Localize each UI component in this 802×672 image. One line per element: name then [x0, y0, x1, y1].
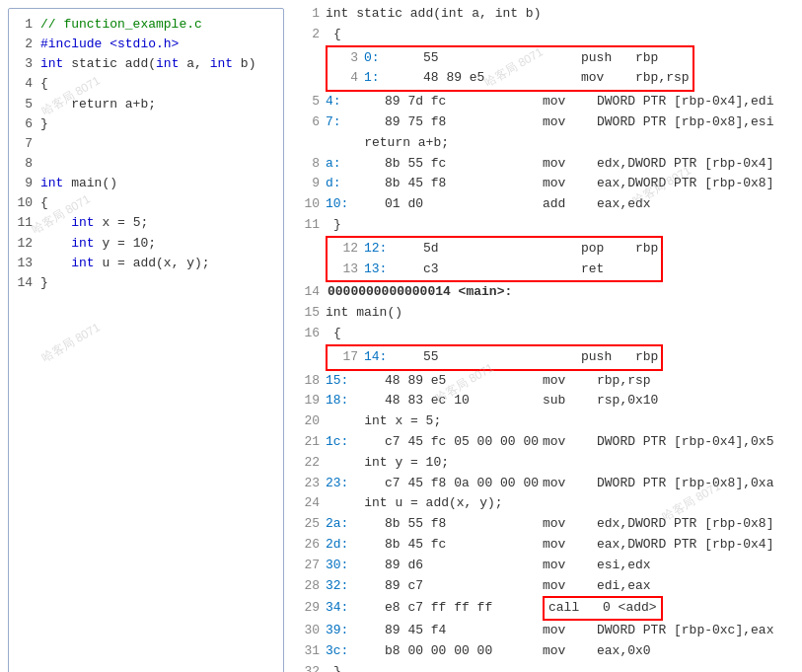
source-line: 1// function_example.c: [9, 15, 283, 35]
source-lines: 1// function_example.c2#include <stdio.h…: [9, 15, 283, 293]
asm-operand: rbp: [635, 347, 658, 368]
asm-operand: eax,DWORD PTR [rbp-0x8]: [597, 174, 773, 194]
code-text: {: [40, 74, 48, 94]
asm-bytes: 8b 45 f8: [385, 174, 543, 194]
line-number: 13: [15, 254, 33, 273]
asm-linenum: 21: [292, 432, 320, 453]
asm-address: 0:: [364, 48, 423, 69]
asm-linenum: 4: [330, 68, 358, 89]
code-text: // function_example.c: [40, 15, 202, 35]
highlight-box-push-mov: 30: 55 push rbp41: 48 89 e5 mov rbp,rsp: [326, 45, 694, 93]
source-line: 6}: [9, 114, 283, 134]
asm-mnemonic: call: [548, 598, 603, 619]
asm-line: 24 int u = add(x, y);: [292, 493, 798, 514]
asm-line: return a+b;: [292, 133, 798, 154]
asm-mnemonic: add: [543, 194, 597, 215]
asm-source-text: }: [326, 215, 341, 236]
source-line: 7: [9, 134, 283, 154]
asm-source-text: int y = 10;: [326, 453, 449, 474]
line-number: 1: [15, 15, 33, 35]
asm-operand: rbp: [635, 239, 658, 260]
source-line: 8: [9, 154, 283, 174]
asm-operand: edx,DWORD PTR [rbp-0x4]: [597, 154, 773, 175]
asm-linenum: 19: [292, 391, 320, 411]
asm-line: 22 int y = 10;: [292, 453, 798, 474]
asm-line: 2832: 89 c7movedi,eax: [292, 576, 798, 597]
asm-source-text: int u = add(x, y);: [326, 493, 503, 514]
asm-mnemonic: mov: [543, 535, 597, 556]
asm-operand: DWORD PTR [rbp-0xc],eax: [597, 621, 773, 641]
main-container: 哈客局 8071 哈客局 8071 哈客局 8071 1// function_…: [0, 0, 802, 672]
asm-line: 3039: 89 45 f4movDWORD PTR [rbp-0xc],eax: [292, 621, 798, 641]
asm-linenum: 13: [330, 260, 358, 280]
asm-address: 30:: [326, 556, 385, 576]
asm-bytes: b8 00 00 00 00: [385, 641, 543, 662]
asm-linenum: 26: [292, 535, 320, 556]
asm-bytes: 48 89 e5: [423, 68, 581, 89]
asm-source-text: }: [326, 662, 341, 672]
asm-operand: edi,eax: [597, 576, 651, 597]
asm-linenum: 23: [292, 474, 320, 494]
asm-address: 10:: [326, 194, 385, 215]
asm-line: 1918: 48 83 ec 10subrsp,0x10: [292, 391, 798, 411]
asm-linenum: 3: [330, 48, 358, 69]
asm-line: 2{: [292, 25, 798, 45]
source-code-panel: 哈客局 8071 哈客局 8071 哈客局 8071 1// function_…: [8, 8, 284, 672]
asm-address: 13:: [364, 260, 423, 280]
asm-address: 1c:: [326, 432, 385, 453]
asm-linenum: 6: [292, 112, 320, 133]
asm-address: 39:: [326, 621, 385, 641]
asm-line: 20 int x = 5;: [292, 411, 798, 432]
asm-bytes: 55: [423, 48, 581, 69]
asm-address: 4:: [326, 92, 385, 112]
asm-line: 140000000000000014 <main>:: [292, 282, 798, 303]
disassembly-panel: 哈客局 8071 哈客局 8071 哈客局 8071 哈客局 8071 1int…: [284, 0, 802, 672]
asm-line: 11}: [292, 215, 798, 236]
asm-mnemonic: mov: [543, 514, 597, 535]
asm-linenum: 28: [292, 576, 320, 597]
asm-address: d:: [326, 174, 385, 194]
asm-linenum: 16: [292, 324, 320, 344]
asm-linenum: 1: [292, 4, 320, 25]
asm-mnemonic: push: [581, 48, 635, 69]
asm-line: 2323: c7 45 f8 0a 00 00 00movDWORD PTR […: [292, 474, 798, 494]
asm-line: 1212: 5d pop rbp: [330, 239, 658, 260]
asm-address: 14:: [364, 347, 423, 368]
asm-operand: 0 <add>: [603, 598, 657, 619]
code-text: return a+b;: [40, 95, 156, 114]
asm-operand: eax,DWORD PTR [rbp-0x4]: [597, 535, 773, 556]
asm-line: 67: 89 75 f8movDWORD PTR [rbp-0x8],esi: [292, 112, 798, 133]
asm-address: a:: [326, 154, 385, 175]
asm-mnemonic: mov: [543, 621, 597, 641]
asm-line: 8a: 8b 55 fcmovedx,DWORD PTR [rbp-0x4]: [292, 154, 798, 175]
line-number: 2: [15, 35, 33, 54]
asm-bytes: c7 45 fc 05 00 00 00: [385, 432, 543, 453]
watermark-left-3: 哈客局 8071: [38, 320, 104, 367]
code-text: int u = add(x, y);: [40, 254, 210, 273]
asm-bytes: 89 d6: [385, 556, 543, 576]
source-line: 5 return a+b;: [9, 95, 283, 114]
asm-operand: DWORD PTR [rbp-0x4],edi: [597, 92, 773, 112]
asm-linenum: 17: [330, 347, 358, 368]
asm-line: 262d: 8b 45 fcmoveax,DWORD PTR [rbp-0x4]: [292, 535, 798, 556]
asm-mnemonic: mov: [543, 556, 597, 576]
code-text: }: [40, 273, 48, 293]
asm-mnemonic: mov: [543, 371, 597, 392]
asm-address: 12:: [364, 239, 423, 260]
highlight-box-main-push: 1714: 55 push rbp: [326, 344, 663, 371]
asm-bytes: 8b 55 f8: [385, 514, 543, 535]
asm-linenum: 5: [292, 92, 320, 112]
asm-address: 1:: [364, 68, 423, 89]
asm-mnemonic: pop: [581, 239, 635, 260]
code-text: int main(): [40, 174, 117, 193]
asm-linenum: 12: [330, 239, 358, 260]
asm-address: 3c:: [326, 641, 385, 662]
asm-bytes: 48 89 e5: [385, 371, 543, 392]
asm-operand: rbp,rsp: [635, 68, 690, 89]
asm-bytes: c7 45 f8 0a 00 00 00: [385, 474, 543, 494]
asm-label: 0000000000000014 <main>:: [326, 282, 512, 303]
asm-operand: rbp,rsp: [597, 371, 651, 392]
asm-mnemonic: mov: [543, 576, 597, 597]
asm-operand: eax,0x0: [597, 641, 651, 662]
asm-bytes: 48 83 ec 10: [385, 391, 543, 411]
